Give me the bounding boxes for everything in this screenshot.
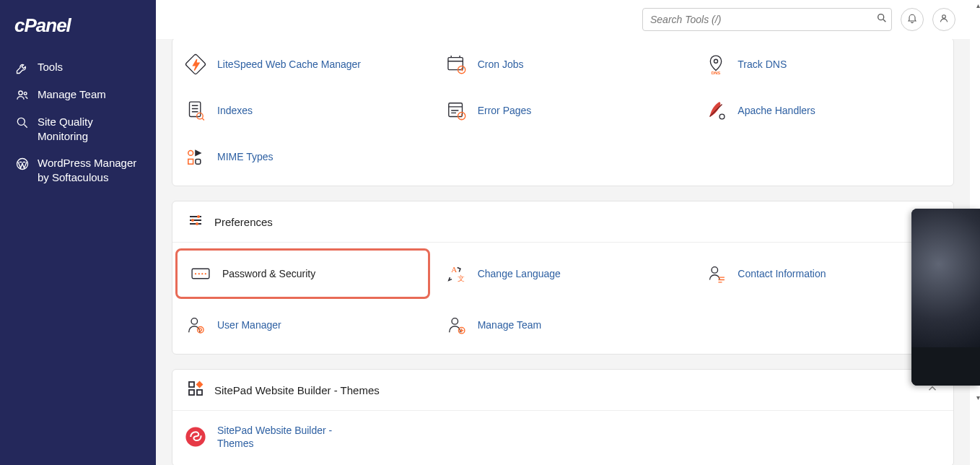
scroll-down-indicator: ▾ bbox=[976, 394, 980, 401]
app-link[interactable]: Apache Handlers bbox=[738, 104, 815, 117]
app-apache-handlers[interactable]: Apache Handlers bbox=[693, 87, 953, 134]
mime-icon bbox=[183, 144, 209, 170]
svg-point-9 bbox=[714, 59, 718, 63]
app-link[interactable]: Change Language bbox=[478, 267, 561, 280]
brand-logo[interactable]: ccPanelPanel bbox=[14, 14, 147, 37]
section-title: SitePad Website Builder - Themes bbox=[214, 384, 380, 396]
app-sitepad-themes[interactable]: SitePad Website Builder - Themes bbox=[172, 414, 375, 460]
app-link[interactable]: SitePad Website Builder - Themes bbox=[217, 424, 364, 450]
team-icon bbox=[14, 87, 30, 103]
search-wrap bbox=[642, 8, 892, 31]
app-link[interactable]: LiteSpeed Web Cache Manager bbox=[217, 58, 361, 71]
sidebar-item-wordpress[interactable]: WordPress Manager by Softaculous bbox=[9, 150, 147, 191]
section-header-sitepad[interactable]: SitePad Website Builder - Themes bbox=[172, 370, 953, 410]
app-link[interactable]: Indexes bbox=[217, 104, 253, 117]
content: LiteSpeed Web Cache Manager Cron Jobs DN… bbox=[156, 39, 970, 465]
svg-point-26 bbox=[712, 267, 718, 274]
sliders-icon bbox=[187, 212, 204, 232]
svg-rect-34 bbox=[189, 390, 194, 395]
section-title: Preferences bbox=[214, 216, 273, 228]
svg-rect-33 bbox=[197, 390, 202, 395]
advanced-grid: LiteSpeed Web Cache Manager Cron Jobs DN… bbox=[172, 38, 953, 186]
app-link[interactable]: Contact Information bbox=[738, 267, 826, 280]
section-advanced: LiteSpeed Web Cache Manager Cron Jobs DN… bbox=[172, 38, 954, 186]
app-change-language[interactable]: A文 Change Language bbox=[433, 245, 694, 302]
search-icon[interactable] bbox=[876, 12, 888, 27]
sidebar-item-tools[interactable]: Tools bbox=[9, 54, 147, 82]
password-icon: •••• bbox=[188, 261, 214, 287]
svg-text:文: 文 bbox=[457, 274, 464, 282]
svg-point-0 bbox=[19, 91, 22, 95]
app-link[interactable]: User Manager bbox=[217, 318, 281, 331]
svg-point-1 bbox=[24, 92, 27, 95]
svg-rect-7 bbox=[448, 58, 463, 70]
error-page-icon bbox=[443, 97, 469, 123]
app-link[interactable]: Manage Team bbox=[478, 318, 541, 331]
svg-point-16 bbox=[188, 151, 193, 156]
app-track-dns[interactable]: DNS Track DNS bbox=[693, 41, 953, 87]
sidebar: ccPanelPanel Tools Manage Team Site Qual… bbox=[0, 0, 156, 465]
notifications-button[interactable] bbox=[901, 8, 924, 31]
app-link[interactable]: Password & Security bbox=[222, 267, 315, 280]
search-input[interactable] bbox=[642, 8, 892, 31]
svg-point-27 bbox=[191, 318, 198, 325]
floating-video[interactable] bbox=[911, 209, 980, 386]
svg-rect-17 bbox=[188, 159, 193, 164]
account-button[interactable] bbox=[932, 8, 955, 31]
svg-point-15 bbox=[719, 114, 725, 119]
litespeed-icon bbox=[183, 51, 209, 77]
app-mime-types[interactable]: MIME Types bbox=[172, 134, 433, 180]
team-add-icon bbox=[443, 312, 469, 338]
app-litespeed[interactable]: LiteSpeed Web Cache Manager bbox=[172, 41, 433, 87]
app-link[interactable]: Error Pages bbox=[478, 104, 532, 117]
indexes-icon bbox=[183, 97, 209, 123]
svg-point-19 bbox=[197, 215, 200, 218]
scroll-up-indicator: ▴ bbox=[976, 1, 980, 9]
apache-feather-icon bbox=[703, 97, 729, 123]
svg-rect-18 bbox=[196, 159, 201, 164]
sidebar-item-manage-team[interactable]: Manage Team bbox=[9, 82, 147, 109]
section-sitepad: SitePad Website Builder - Themes SitePad… bbox=[172, 369, 954, 465]
bell-icon bbox=[906, 12, 918, 27]
app-link[interactable]: Cron Jobs bbox=[478, 58, 524, 71]
sidebar-item-label: WordPress Manager by Softaculous bbox=[38, 156, 141, 186]
sidebar-item-site-quality[interactable]: Site Quality Monitoring bbox=[9, 109, 147, 150]
app-cron-jobs[interactable]: Cron Jobs bbox=[433, 41, 694, 87]
app-link[interactable]: Track DNS bbox=[738, 58, 787, 71]
sidebar-item-label: Manage Team bbox=[38, 87, 106, 102]
language-icon: A文 bbox=[443, 261, 469, 287]
app-manage-team[interactable]: Manage Team bbox=[433, 302, 694, 348]
app-error-pages[interactable]: Error Pages bbox=[433, 87, 694, 134]
svg-point-20 bbox=[191, 219, 194, 222]
wordpress-icon bbox=[14, 156, 30, 172]
magnifier-icon bbox=[14, 115, 30, 131]
svg-point-30 bbox=[452, 318, 458, 325]
top-bar bbox=[156, 0, 970, 39]
video-controls[interactable] bbox=[911, 347, 980, 386]
app-link[interactable]: MIME Types bbox=[217, 150, 274, 163]
svg-point-4 bbox=[878, 14, 884, 20]
svg-point-5 bbox=[942, 15, 946, 19]
contact-icon bbox=[703, 261, 729, 287]
app-user-manager[interactable]: User Manager bbox=[172, 302, 433, 348]
main-area: LiteSpeed Web Cache Manager Cron Jobs DN… bbox=[156, 0, 970, 465]
sidebar-item-label: Site Quality Monitoring bbox=[38, 115, 141, 144]
svg-text:DNS: DNS bbox=[712, 71, 721, 75]
apps-grid-icon bbox=[187, 380, 204, 400]
svg-rect-11 bbox=[190, 102, 201, 116]
wrench-icon bbox=[14, 60, 30, 76]
calendar-clock-icon bbox=[443, 51, 469, 77]
svg-rect-35 bbox=[196, 381, 204, 388]
svg-point-2 bbox=[17, 118, 25, 125]
svg-point-28 bbox=[198, 327, 204, 334]
svg-rect-32 bbox=[189, 382, 194, 387]
app-password-security[interactable]: •••• Password & Security bbox=[175, 248, 430, 299]
svg-point-21 bbox=[196, 222, 198, 225]
sitepad-grid: SitePad Website Builder - Themes bbox=[172, 410, 953, 465]
svg-point-29 bbox=[199, 329, 201, 331]
sidebar-item-label: Tools bbox=[38, 60, 63, 74]
sitepad-icon bbox=[183, 424, 209, 450]
section-header-preferences[interactable]: Preferences bbox=[172, 201, 953, 242]
preferences-grid: •••• Password & Security A文 Change Langu… bbox=[172, 242, 953, 354]
app-indexes[interactable]: Indexes bbox=[172, 87, 433, 134]
